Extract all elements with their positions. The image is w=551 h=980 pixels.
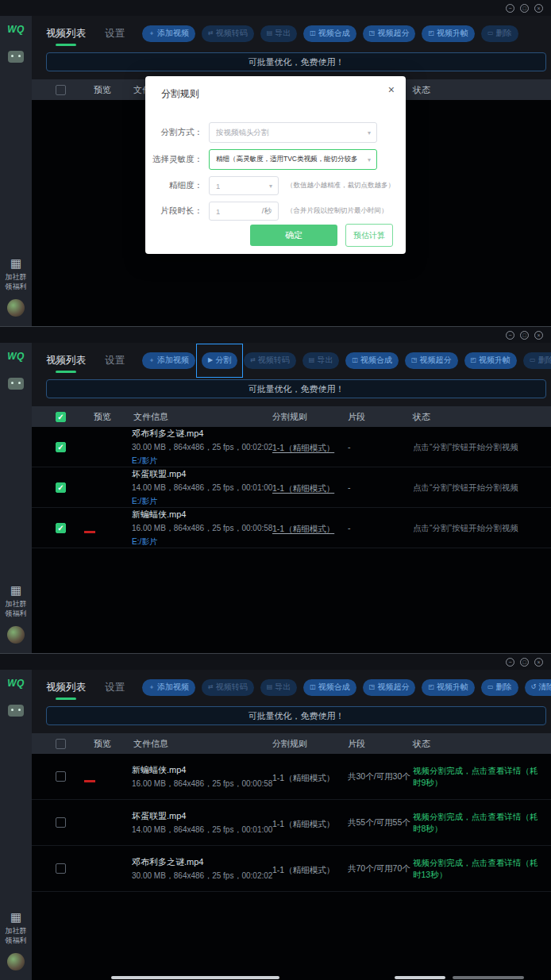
- video-superres-button[interactable]: ◳视频超分: [363, 679, 416, 696]
- close-icon[interactable]: ×: [534, 4, 543, 13]
- video-upframe-button[interactable]: ◰视频升帧: [464, 352, 518, 369]
- maximize-icon[interactable]: □: [520, 331, 529, 340]
- superres-icon: ◳: [411, 357, 418, 363]
- video-superres-button[interactable]: ◳视频超分: [363, 25, 416, 42]
- video-compose-button[interactable]: ◫视频合成: [345, 352, 399, 369]
- minimize-icon[interactable]: −: [506, 658, 514, 667]
- export-icon: ▤: [267, 30, 273, 37]
- row-checkbox[interactable]: [56, 817, 66, 828]
- status-text[interactable]: 视频分割完成，点击查看详情（耗时9秒）: [413, 765, 545, 788]
- estimate-button[interactable]: 预估计算: [345, 224, 393, 247]
- header-status: 状态: [413, 411, 546, 423]
- transcode-button[interactable]: ⇄视频转码: [202, 25, 254, 42]
- chevron-down-icon: ▾: [269, 183, 272, 190]
- fineness-select[interactable]: 1 ▾: [209, 176, 279, 195]
- tab-settings[interactable]: 设置: [105, 354, 125, 367]
- file-meta: 30.00 MB，864x486，25 fps，00:02:02: [132, 870, 272, 882]
- dialog-title: 分割规则: [161, 87, 199, 101]
- close-icon[interactable]: ×: [534, 331, 543, 340]
- sensitivity-select[interactable]: 精细（高灵敏度，适用TVC类视频，能切分较多） ▾: [209, 149, 377, 170]
- clear-records-button[interactable]: ↺清除所有记录: [525, 679, 551, 696]
- split-method-value: 按视频镜头分割: [216, 128, 269, 138]
- split-button[interactable]: ▶分割: [202, 352, 237, 369]
- file-name: 新蝙蝠侠.mp4: [132, 764, 272, 776]
- robot-icon[interactable]: [8, 378, 24, 390]
- transcode-button[interactable]: ⇄视频转码: [244, 352, 296, 369]
- tab-settings[interactable]: 设置: [105, 681, 125, 694]
- row-checkbox[interactable]: ✓: [56, 523, 66, 533]
- export-button[interactable]: ▤导出: [302, 352, 340, 369]
- add-video-button[interactable]: ＋添加视频: [142, 679, 195, 696]
- add-video-button[interactable]: ＋添加视频: [142, 352, 195, 369]
- avatar[interactable]: [7, 299, 25, 317]
- robot-icon[interactable]: [8, 705, 24, 717]
- maximize-icon[interactable]: □: [520, 4, 529, 13]
- avatar[interactable]: [7, 626, 25, 644]
- row-checkbox[interactable]: [56, 863, 66, 874]
- file-path-link[interactable]: E:/影片: [132, 536, 272, 548]
- split-rule-link[interactable]: 1-1（精细模式）: [272, 524, 334, 533]
- file-path-link[interactable]: E:/影片: [132, 455, 272, 467]
- avatar[interactable]: [7, 953, 25, 970]
- community-label[interactable]: 加社群领福利: [6, 272, 27, 291]
- maximize-icon[interactable]: □: [520, 658, 529, 667]
- delete-button[interactable]: ▭删除: [481, 679, 518, 696]
- dialog-close-icon[interactable]: ×: [388, 83, 395, 96]
- qr-code-icon[interactable]: ▦: [10, 911, 21, 923]
- video-compose-button[interactable]: ◫视频合成: [303, 25, 356, 42]
- robot-icon[interactable]: [8, 51, 24, 63]
- split-rule-link[interactable]: 1-1（精细模式）: [272, 443, 334, 452]
- table-row[interactable]: 邓布利多之谜.mp4 30.00 MB，864x486，25 fps，00:02…: [32, 846, 551, 892]
- segment-duration-value: 1: [216, 207, 220, 216]
- video-upframe-button[interactable]: ◰视频升帧: [422, 679, 475, 696]
- export-button[interactable]: ▤导出: [260, 679, 298, 696]
- status-text[interactable]: 视频分割完成，点击查看详情（耗时13秒）: [413, 857, 545, 880]
- transcode-button[interactable]: ⇄视频转码: [202, 679, 254, 696]
- row-checkbox[interactable]: [56, 771, 66, 782]
- community-label[interactable]: 加社群领福利: [6, 926, 27, 945]
- qr-code-icon[interactable]: ▦: [10, 257, 21, 269]
- delete-button[interactable]: ▭删除: [481, 25, 518, 42]
- select-all-checkbox[interactable]: [56, 739, 66, 749]
- active-tab-underline: [56, 371, 76, 373]
- table-row[interactable]: ✓ 邓布利多之谜.mp4 30.00 MB，864x486，25 fps，00:…: [32, 427, 551, 467]
- table-row[interactable]: ✓ 新蝙蝠侠.mp4 16.00 MB，864x486，25 fps，00:00…: [32, 508, 551, 548]
- select-all-checkbox[interactable]: [56, 85, 66, 95]
- clear-icon: ↺: [531, 684, 537, 690]
- tab-video-list[interactable]: 视频列表: [46, 354, 86, 367]
- minimize-icon[interactable]: −: [506, 331, 514, 340]
- row-checkbox[interactable]: ✓: [56, 442, 66, 452]
- window-titlebar: − □ ×: [0, 654, 551, 670]
- table-row[interactable]: ✓ 坏蛋联盟.mp4 14.00 MB，864x486，25 fps，00:01…: [32, 467, 551, 508]
- split-rule-text: 1-1（精细模式）: [272, 819, 334, 828]
- confirm-button[interactable]: 确定: [250, 225, 337, 246]
- trash-icon: ▭: [487, 684, 494, 690]
- video-table: ✓ 邓布利多之谜.mp4 30.00 MB，864x486，25 fps，00:…: [32, 427, 551, 653]
- table-row[interactable]: 新蝙蝠侠.mp4 16.00 MB，864x486，25 fps，00:00:5…: [32, 754, 551, 800]
- segment-duration-input[interactable]: 1 /秒: [209, 202, 279, 221]
- qr-code-icon[interactable]: ▦: [10, 584, 21, 596]
- delete-button[interactable]: ▭删除: [523, 352, 551, 369]
- superres-icon: ◳: [369, 30, 376, 37]
- minimize-icon[interactable]: −: [506, 4, 514, 13]
- file-path-link[interactable]: E:/影片: [132, 496, 272, 507]
- video-superres-button[interactable]: ◳视频超分: [405, 352, 458, 369]
- split-rule-link[interactable]: 1-1（精细模式）: [272, 483, 334, 493]
- tab-video-list[interactable]: 视频列表: [46, 27, 86, 40]
- community-label[interactable]: 加社群领福利: [6, 599, 27, 618]
- split-method-select[interactable]: 按视频镜头分割 ▾: [209, 122, 377, 143]
- status-text[interactable]: 视频分割完成，点击查看详情（耗时8秒）: [413, 811, 545, 834]
- add-video-button[interactable]: ＋添加视频: [142, 25, 195, 42]
- tab-video-list[interactable]: 视频列表: [46, 681, 86, 694]
- table-row[interactable]: 坏蛋联盟.mp4 14.00 MB，864x486，25 fps，00:01:0…: [32, 800, 551, 846]
- video-compose-button[interactable]: ◫视频合成: [303, 679, 356, 696]
- select-all-checkbox[interactable]: ✓: [56, 412, 66, 422]
- close-icon[interactable]: ×: [534, 658, 543, 667]
- video-upframe-button[interactable]: ◰视频升帧: [422, 25, 475, 42]
- toolbar: ＋添加视频 ▶分割 ⇄视频转码 ▤导出 ◫视频合成 ◳视频超分 ◰视频升帧 ▭删…: [142, 352, 551, 369]
- row-checkbox[interactable]: ✓: [56, 482, 66, 493]
- export-button[interactable]: ▤导出: [260, 25, 298, 42]
- file-name: 新蝙蝠侠.mp4: [132, 509, 272, 521]
- tab-settings[interactable]: 设置: [105, 27, 125, 40]
- file-name: 邓布利多之谜.mp4: [132, 428, 272, 440]
